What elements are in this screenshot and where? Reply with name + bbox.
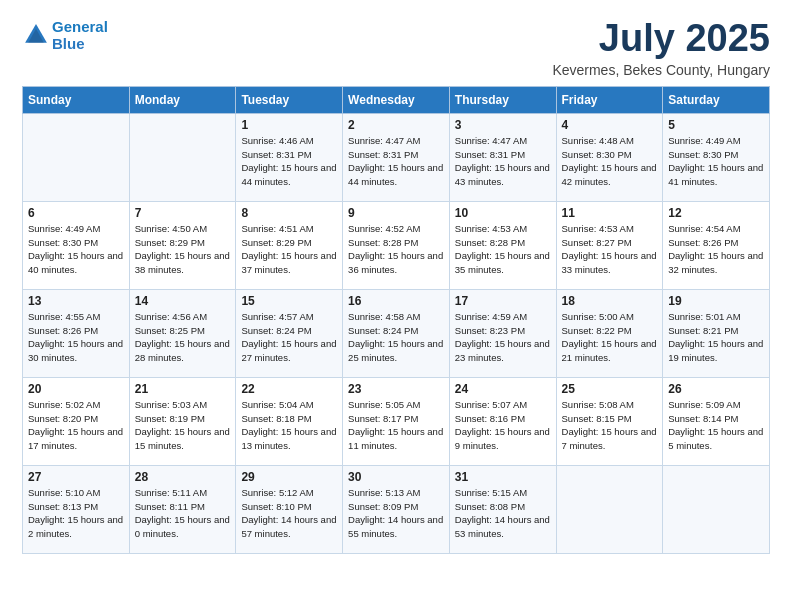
- day-number: 21: [135, 382, 231, 396]
- day-header-thursday: Thursday: [449, 86, 556, 113]
- day-number: 19: [668, 294, 764, 308]
- day-cell: [663, 465, 770, 553]
- day-info: Sunrise: 5:09 AM Sunset: 8:14 PM Dayligh…: [668, 398, 764, 453]
- day-cell: 22Sunrise: 5:04 AM Sunset: 8:18 PM Dayli…: [236, 377, 343, 465]
- day-number: 7: [135, 206, 231, 220]
- day-cell: [23, 113, 130, 201]
- day-info: Sunrise: 4:55 AM Sunset: 8:26 PM Dayligh…: [28, 310, 124, 365]
- day-info: Sunrise: 4:48 AM Sunset: 8:30 PM Dayligh…: [562, 134, 658, 189]
- day-info: Sunrise: 4:46 AM Sunset: 8:31 PM Dayligh…: [241, 134, 337, 189]
- day-cell: 19Sunrise: 5:01 AM Sunset: 8:21 PM Dayli…: [663, 289, 770, 377]
- day-number: 1: [241, 118, 337, 132]
- day-number: 20: [28, 382, 124, 396]
- day-cell: 12Sunrise: 4:54 AM Sunset: 8:26 PM Dayli…: [663, 201, 770, 289]
- day-cell: 16Sunrise: 4:58 AM Sunset: 8:24 PM Dayli…: [343, 289, 450, 377]
- day-info: Sunrise: 5:10 AM Sunset: 8:13 PM Dayligh…: [28, 486, 124, 541]
- day-info: Sunrise: 4:47 AM Sunset: 8:31 PM Dayligh…: [348, 134, 444, 189]
- day-cell: 18Sunrise: 5:00 AM Sunset: 8:22 PM Dayli…: [556, 289, 663, 377]
- day-number: 4: [562, 118, 658, 132]
- day-number: 3: [455, 118, 551, 132]
- day-info: Sunrise: 5:07 AM Sunset: 8:16 PM Dayligh…: [455, 398, 551, 453]
- day-header-monday: Monday: [129, 86, 236, 113]
- title-location: Kevermes, Bekes County, Hungary: [552, 62, 770, 78]
- title-month: July 2025: [552, 18, 770, 60]
- logo-general: General: [52, 18, 108, 35]
- day-info: Sunrise: 5:03 AM Sunset: 8:19 PM Dayligh…: [135, 398, 231, 453]
- day-cell: 5Sunrise: 4:49 AM Sunset: 8:30 PM Daylig…: [663, 113, 770, 201]
- week-row-2: 6Sunrise: 4:49 AM Sunset: 8:30 PM Daylig…: [23, 201, 770, 289]
- day-number: 11: [562, 206, 658, 220]
- day-header-sunday: Sunday: [23, 86, 130, 113]
- logo: General Blue: [22, 18, 108, 53]
- day-number: 6: [28, 206, 124, 220]
- day-number: 9: [348, 206, 444, 220]
- day-number: 31: [455, 470, 551, 484]
- day-info: Sunrise: 5:04 AM Sunset: 8:18 PM Dayligh…: [241, 398, 337, 453]
- day-info: Sunrise: 4:56 AM Sunset: 8:25 PM Dayligh…: [135, 310, 231, 365]
- day-number: 28: [135, 470, 231, 484]
- day-info: Sunrise: 4:57 AM Sunset: 8:24 PM Dayligh…: [241, 310, 337, 365]
- day-cell: 1Sunrise: 4:46 AM Sunset: 8:31 PM Daylig…: [236, 113, 343, 201]
- day-number: 29: [241, 470, 337, 484]
- day-info: Sunrise: 4:52 AM Sunset: 8:28 PM Dayligh…: [348, 222, 444, 277]
- day-number: 23: [348, 382, 444, 396]
- day-info: Sunrise: 4:54 AM Sunset: 8:26 PM Dayligh…: [668, 222, 764, 277]
- day-cell: 7Sunrise: 4:50 AM Sunset: 8:29 PM Daylig…: [129, 201, 236, 289]
- day-number: 24: [455, 382, 551, 396]
- day-cell: 20Sunrise: 5:02 AM Sunset: 8:20 PM Dayli…: [23, 377, 130, 465]
- logo-blue: Blue: [52, 35, 85, 52]
- day-cell: 6Sunrise: 4:49 AM Sunset: 8:30 PM Daylig…: [23, 201, 130, 289]
- week-row-3: 13Sunrise: 4:55 AM Sunset: 8:26 PM Dayli…: [23, 289, 770, 377]
- day-number: 30: [348, 470, 444, 484]
- day-cell: 28Sunrise: 5:11 AM Sunset: 8:11 PM Dayli…: [129, 465, 236, 553]
- day-cell: 14Sunrise: 4:56 AM Sunset: 8:25 PM Dayli…: [129, 289, 236, 377]
- header-row: SundayMondayTuesdayWednesdayThursdayFrid…: [23, 86, 770, 113]
- day-number: 8: [241, 206, 337, 220]
- day-number: 15: [241, 294, 337, 308]
- day-header-wednesday: Wednesday: [343, 86, 450, 113]
- day-number: 14: [135, 294, 231, 308]
- day-number: 18: [562, 294, 658, 308]
- day-info: Sunrise: 4:49 AM Sunset: 8:30 PM Dayligh…: [668, 134, 764, 189]
- day-info: Sunrise: 5:01 AM Sunset: 8:21 PM Dayligh…: [668, 310, 764, 365]
- day-number: 26: [668, 382, 764, 396]
- day-info: Sunrise: 4:50 AM Sunset: 8:29 PM Dayligh…: [135, 222, 231, 277]
- day-cell: 15Sunrise: 4:57 AM Sunset: 8:24 PM Dayli…: [236, 289, 343, 377]
- page: General Blue July 2025 Kevermes, Bekes C…: [0, 0, 792, 612]
- title-block: July 2025 Kevermes, Bekes County, Hungar…: [552, 18, 770, 78]
- day-cell: 26Sunrise: 5:09 AM Sunset: 8:14 PM Dayli…: [663, 377, 770, 465]
- day-number: 13: [28, 294, 124, 308]
- day-info: Sunrise: 4:53 AM Sunset: 8:27 PM Dayligh…: [562, 222, 658, 277]
- day-number: 12: [668, 206, 764, 220]
- day-cell: [129, 113, 236, 201]
- day-number: 22: [241, 382, 337, 396]
- day-cell: 27Sunrise: 5:10 AM Sunset: 8:13 PM Dayli…: [23, 465, 130, 553]
- day-cell: [556, 465, 663, 553]
- day-number: 25: [562, 382, 658, 396]
- day-info: Sunrise: 4:59 AM Sunset: 8:23 PM Dayligh…: [455, 310, 551, 365]
- day-cell: 30Sunrise: 5:13 AM Sunset: 8:09 PM Dayli…: [343, 465, 450, 553]
- day-cell: 23Sunrise: 5:05 AM Sunset: 8:17 PM Dayli…: [343, 377, 450, 465]
- day-info: Sunrise: 5:12 AM Sunset: 8:10 PM Dayligh…: [241, 486, 337, 541]
- day-number: 2: [348, 118, 444, 132]
- day-cell: 3Sunrise: 4:47 AM Sunset: 8:31 PM Daylig…: [449, 113, 556, 201]
- day-number: 10: [455, 206, 551, 220]
- day-info: Sunrise: 5:02 AM Sunset: 8:20 PM Dayligh…: [28, 398, 124, 453]
- logo-icon: [22, 21, 50, 49]
- day-header-saturday: Saturday: [663, 86, 770, 113]
- day-cell: 25Sunrise: 5:08 AM Sunset: 8:15 PM Dayli…: [556, 377, 663, 465]
- header: General Blue July 2025 Kevermes, Bekes C…: [22, 18, 770, 78]
- day-info: Sunrise: 5:08 AM Sunset: 8:15 PM Dayligh…: [562, 398, 658, 453]
- day-info: Sunrise: 5:05 AM Sunset: 8:17 PM Dayligh…: [348, 398, 444, 453]
- day-cell: 17Sunrise: 4:59 AM Sunset: 8:23 PM Dayli…: [449, 289, 556, 377]
- day-cell: 31Sunrise: 5:15 AM Sunset: 8:08 PM Dayli…: [449, 465, 556, 553]
- day-info: Sunrise: 4:49 AM Sunset: 8:30 PM Dayligh…: [28, 222, 124, 277]
- day-number: 5: [668, 118, 764, 132]
- day-cell: 13Sunrise: 4:55 AM Sunset: 8:26 PM Dayli…: [23, 289, 130, 377]
- day-info: Sunrise: 5:11 AM Sunset: 8:11 PM Dayligh…: [135, 486, 231, 541]
- day-cell: 4Sunrise: 4:48 AM Sunset: 8:30 PM Daylig…: [556, 113, 663, 201]
- day-cell: 9Sunrise: 4:52 AM Sunset: 8:28 PM Daylig…: [343, 201, 450, 289]
- week-row-5: 27Sunrise: 5:10 AM Sunset: 8:13 PM Dayli…: [23, 465, 770, 553]
- day-info: Sunrise: 5:13 AM Sunset: 8:09 PM Dayligh…: [348, 486, 444, 541]
- day-number: 16: [348, 294, 444, 308]
